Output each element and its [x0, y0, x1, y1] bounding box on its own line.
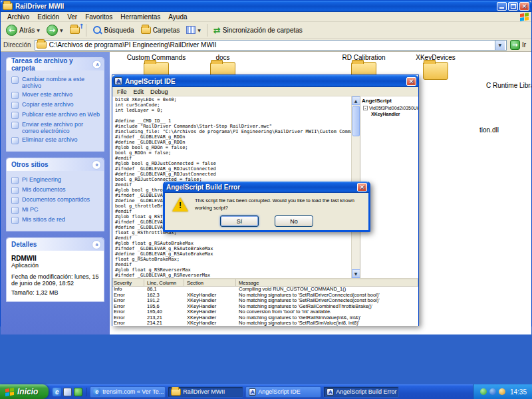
- error-row[interactable]: Error 195,40 XKeyHandler No conversion f…: [112, 309, 418, 315]
- menu-item[interactable]: Archivo: [3, 13, 33, 21]
- file-tasks-box: Tareas de archivo y carpeta « Cambiar no…: [6, 57, 104, 152]
- explorer-titlebar[interactable]: RailDriver MWII ×: [1, 1, 531, 12]
- place-icon: [11, 217, 19, 224]
- task-link[interactable]: Eliminar este archivo: [11, 136, 101, 144]
- address-input[interactable]: C:\Archivos de programa\PI Engineering\R…: [35, 40, 507, 51]
- error-row[interactable]: Error 214,21 XKeyHandler No matching sig…: [112, 321, 418, 326]
- sync-button[interactable]: ⇄ Sincronización de carpetas: [211, 25, 305, 35]
- chevron-up-icon[interactable]: «: [92, 60, 101, 68]
- chevron-up-icon[interactable]: «: [92, 160, 101, 170]
- scroll-down-icon[interactable]: ▼: [352, 269, 360, 278]
- tray-icon-1[interactable]: [480, 388, 487, 395]
- error-row[interactable]: Error 191,2 XKeyHandler No matching sign…: [112, 298, 418, 304]
- details-header[interactable]: Detalles «: [7, 238, 104, 251]
- dialog-titlebar[interactable]: AngelScript Build Error ×: [164, 182, 369, 193]
- error-severity: Info: [112, 287, 144, 293]
- place-link[interactable]: Mis documentos: [11, 186, 101, 194]
- code-line: [115, 113, 351, 118]
- tree-node-device[interactable]: - Vid05f3Pid00d2\0350Uid: [363, 106, 417, 110]
- quicklaunch-msn-icon[interactable]: [74, 388, 82, 396]
- task-icon: [11, 92, 19, 99]
- address-value: C:\Archivos de programa\PI Engineering\R…: [49, 41, 492, 49]
- file-item-fragment[interactable]: tion.dll: [479, 126, 499, 134]
- search-button[interactable]: Búsqueda: [90, 25, 137, 36]
- taskbar-button-trensim[interactable]: e trensim.com « Ver Te...: [90, 386, 166, 398]
- col-section[interactable]: Section: [186, 279, 236, 286]
- error-row[interactable]: Error 213,21 XKeyHandler No matching sig…: [112, 315, 418, 321]
- menu-item[interactable]: Edición: [33, 13, 63, 21]
- task-link[interactable]: Cambiar nombre a este archivo: [11, 76, 101, 89]
- error-row[interactable]: Error 195,6 XKeyHandler No matching sign…: [112, 304, 418, 310]
- error-severity: Error: [112, 304, 144, 310]
- error-row[interactable]: Info 86,1 Compiling void RUN_CUSTOM_COMM…: [112, 287, 418, 293]
- quicklaunch-ie-icon[interactable]: e: [53, 388, 61, 396]
- maximize-button[interactable]: [508, 2, 518, 11]
- task-link[interactable]: Copiar este archivo: [11, 101, 101, 109]
- tray-icon-2[interactable]: [489, 388, 496, 395]
- ide-menu-item[interactable]: Edit: [130, 88, 148, 95]
- go-button[interactable]: → Ir: [510, 40, 529, 50]
- taskbar-button-build-error[interactable]: A AngelScript Build Error: [323, 386, 399, 398]
- code-line: #including_file: "C:\Archivos de program…: [115, 129, 351, 134]
- place-link[interactable]: Mi PC: [11, 206, 101, 214]
- ide-menu-item[interactable]: Debug: [147, 88, 172, 95]
- code-line: #ifndef _GLOBLEVAR_g_RSAutoBrakeMax: [115, 246, 351, 251]
- no-button[interactable]: No: [275, 215, 313, 227]
- task-title: trensim.com « Ver Te...: [102, 388, 164, 395]
- col-message[interactable]: Message: [237, 279, 418, 286]
- minimize-button[interactable]: [497, 2, 507, 11]
- explorer-taskpane: Tareas de archivo y carpeta « Cambiar no…: [1, 52, 110, 334]
- place-link[interactable]: PI Engineering: [11, 176, 101, 184]
- views-button[interactable]: ▼: [184, 25, 203, 35]
- place-icon: [11, 207, 19, 214]
- place-link[interactable]: Mis sitios de red: [11, 216, 101, 224]
- ide-titlebar[interactable]: A AngelScript IDE ×: [112, 75, 418, 87]
- tree-node-xkeyhandler[interactable]: XKeyHandler: [371, 112, 417, 116]
- task-link[interactable]: Enviar este archivo por correo electróni…: [11, 121, 101, 134]
- forward-dropdown-icon[interactable]: ▼: [60, 28, 63, 33]
- task-link[interactable]: Mover este archivo: [11, 91, 101, 99]
- menu-item[interactable]: Ver: [63, 13, 81, 21]
- tree-collapse-icon[interactable]: -: [363, 106, 368, 110]
- back-button[interactable]: ← Atrás ▼: [3, 24, 43, 37]
- place-link[interactable]: Documentos compartidos: [11, 196, 101, 204]
- ide-close-button[interactable]: ×: [406, 77, 416, 86]
- code-line: #define _GLOBLEVAR_g_RDOn: [115, 140, 351, 145]
- menu-item[interactable]: Ayuda: [164, 13, 191, 21]
- up-button[interactable]: ↑: [67, 26, 82, 35]
- scroll-up-icon[interactable]: ▲: [352, 96, 360, 105]
- col-severity[interactable]: Severity: [112, 279, 144, 286]
- quicklaunch-show-desktop-icon[interactable]: [63, 388, 72, 396]
- file-item-fragment[interactable]: C Runtime Library: [486, 82, 531, 89]
- menu-item[interactable]: Herramientas: [116, 13, 164, 21]
- forward-button[interactable]: → ▼: [44, 24, 66, 37]
- address-dropdown-button[interactable]: ▼: [495, 41, 505, 50]
- taskbar-button-ide[interactable]: A AngelScript IDE: [245, 386, 321, 398]
- col-line[interactable]: Line, Column: [146, 279, 184, 286]
- tray-icon-3[interactable]: [499, 388, 505, 395]
- task-link[interactable]: Publicar este archivo en Web: [11, 111, 101, 119]
- chevron-up-icon[interactable]: «: [92, 240, 101, 249]
- yes-button[interactable]: Sí: [220, 215, 259, 227]
- place-icon: [11, 187, 19, 194]
- code-line: #define __CMD_ID__ 1: [115, 118, 351, 124]
- error-row[interactable]: Error 162,3 XKeyHandler No matching sign…: [112, 293, 418, 299]
- explorer-menu: ArchivoEdiciónVerFavoritosHerramientasAy…: [3, 13, 192, 21]
- error-severity: Error: [112, 293, 144, 299]
- place-icon: [11, 197, 19, 204]
- taskbar-button-raildriver[interactable]: RailDriver MWII: [168, 386, 243, 398]
- back-dropdown-icon[interactable]: ▼: [37, 28, 40, 33]
- dialog-close-button[interactable]: ×: [357, 183, 367, 192]
- ide-menu-item[interactable]: File: [114, 88, 130, 95]
- menu-item[interactable]: Favoritos: [81, 13, 116, 21]
- error-severity: Error: [112, 321, 144, 326]
- code-line: float g_RSAutoBrakeMax;: [115, 257, 351, 262]
- start-button[interactable]: Inicio: [0, 384, 49, 399]
- close-button[interactable]: ×: [519, 2, 529, 11]
- scroll-thumb[interactable]: [352, 106, 360, 136]
- file-tasks-header[interactable]: Tareas de archivo y carpeta «: [7, 58, 104, 70]
- error-message: No matching signatures to 'GetRailSimVal…: [237, 315, 418, 321]
- other-places-header[interactable]: Otros sitios «: [7, 158, 104, 171]
- details-size: Tamaño: 1,32 MB: [11, 289, 100, 296]
- folders-button[interactable]: Carpetas: [138, 26, 183, 35]
